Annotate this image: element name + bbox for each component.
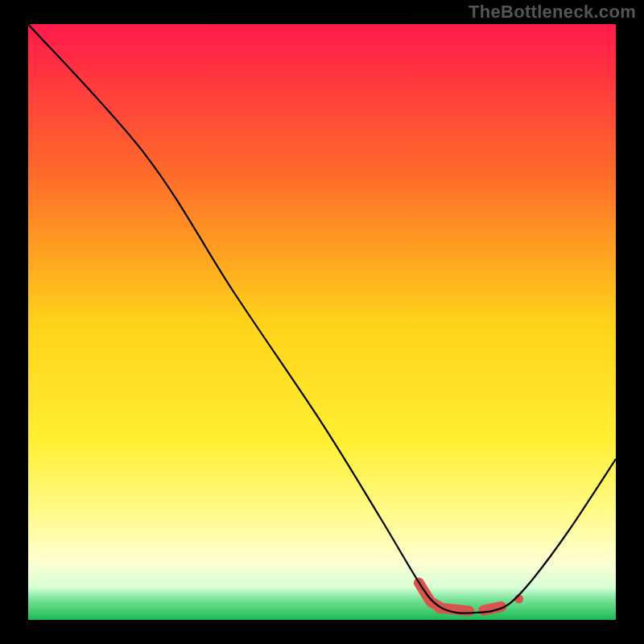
plot-background xyxy=(28,24,616,620)
chart-container: TheBottleneck.com xyxy=(0,0,644,644)
watermark-text: TheBottleneck.com xyxy=(469,2,636,23)
bottleneck-chart xyxy=(0,0,644,644)
